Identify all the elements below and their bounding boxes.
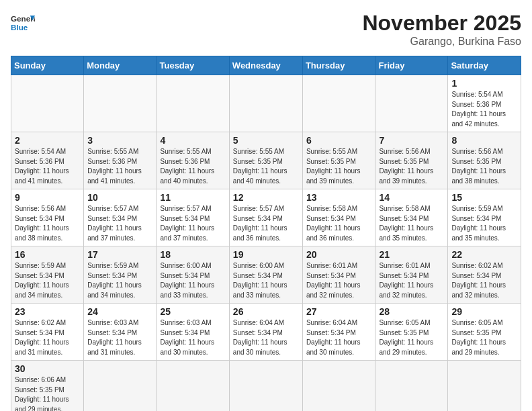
- table-row: 8Sunrise: 5:56 AM Sunset: 5:35 PM Daylig…: [448, 132, 521, 189]
- table-row: [375, 361, 448, 412]
- day-number: 17: [87, 249, 152, 260]
- day-info: Sunrise: 6:06 AM Sunset: 5:35 PM Dayligh…: [15, 375, 80, 411]
- table-row: 22Sunrise: 6:02 AM Sunset: 5:34 PM Dayli…: [448, 246, 521, 304]
- day-info: Sunrise: 6:00 AM Sunset: 5:34 PM Dayligh…: [160, 261, 225, 300]
- table-row: 14Sunrise: 5:58 AM Sunset: 5:34 PM Dayli…: [375, 189, 448, 246]
- table-row: 21Sunrise: 6:01 AM Sunset: 5:34 PM Dayli…: [375, 246, 448, 304]
- day-number: 8: [451, 135, 517, 146]
- day-info: Sunrise: 5:56 AM Sunset: 5:35 PM Dayligh…: [451, 147, 517, 186]
- calendar-row: 16Sunrise: 5:59 AM Sunset: 5:34 PM Dayli…: [11, 246, 521, 304]
- table-row: 4Sunrise: 5:55 AM Sunset: 5:36 PM Daylig…: [157, 132, 229, 189]
- location-subtitle: Garango, Burkina Faso: [362, 36, 521, 48]
- day-info: Sunrise: 5:55 AM Sunset: 5:35 PM Dayligh…: [306, 147, 372, 186]
- svg-text:Blue: Blue: [11, 23, 28, 32]
- day-info: Sunrise: 5:54 AM Sunset: 5:36 PM Dayligh…: [451, 90, 517, 129]
- table-row: 27Sunrise: 6:04 AM Sunset: 5:34 PM Dayli…: [302, 304, 375, 361]
- day-info: Sunrise: 6:01 AM Sunset: 5:34 PM Dayligh…: [379, 261, 444, 300]
- table-row: [11, 75, 84, 132]
- calendar-row: 23Sunrise: 6:02 AM Sunset: 5:34 PM Dayli…: [11, 304, 521, 361]
- day-info: Sunrise: 5:55 AM Sunset: 5:36 PM Dayligh…: [87, 147, 152, 186]
- table-row: 11Sunrise: 5:57 AM Sunset: 5:34 PM Dayli…: [157, 189, 229, 246]
- day-info: Sunrise: 5:54 AM Sunset: 5:36 PM Dayligh…: [15, 147, 80, 186]
- table-row: 2Sunrise: 5:54 AM Sunset: 5:36 PM Daylig…: [11, 132, 84, 189]
- table-row: [84, 361, 157, 412]
- day-number: 15: [451, 192, 517, 203]
- title-block: November 2025 Garango, Burkina Faso: [362, 11, 521, 48]
- day-info: Sunrise: 6:03 AM Sunset: 5:34 PM Dayligh…: [160, 318, 225, 357]
- day-number: 11: [160, 192, 225, 203]
- calendar-row: 2Sunrise: 5:54 AM Sunset: 5:36 PM Daylig…: [11, 132, 521, 189]
- day-number: 1: [451, 78, 517, 89]
- day-info: Sunrise: 5:56 AM Sunset: 5:34 PM Dayligh…: [15, 204, 80, 243]
- day-info: Sunrise: 5:56 AM Sunset: 5:35 PM Dayligh…: [379, 147, 444, 186]
- day-info: Sunrise: 6:04 AM Sunset: 5:34 PM Dayligh…: [233, 318, 299, 357]
- day-number: 25: [160, 306, 225, 317]
- table-row: [302, 75, 375, 132]
- day-number: 28: [379, 306, 444, 317]
- table-row: [157, 361, 229, 412]
- day-info: Sunrise: 6:05 AM Sunset: 5:35 PM Dayligh…: [379, 318, 444, 357]
- table-row: 18Sunrise: 6:00 AM Sunset: 5:34 PM Dayli…: [157, 246, 229, 304]
- day-number: 27: [306, 306, 372, 317]
- table-row: [157, 75, 229, 132]
- header-friday: Friday: [375, 56, 448, 75]
- header-wednesday: Wednesday: [229, 56, 302, 75]
- day-info: Sunrise: 6:03 AM Sunset: 5:34 PM Dayligh…: [87, 318, 152, 357]
- logo: General Blue General Blue: [11, 11, 35, 35]
- table-row: 30Sunrise: 6:06 AM Sunset: 5:35 PM Dayli…: [11, 361, 84, 412]
- day-number: 22: [451, 249, 517, 260]
- table-row: 3Sunrise: 5:55 AM Sunset: 5:36 PM Daylig…: [84, 132, 157, 189]
- day-info: Sunrise: 6:02 AM Sunset: 5:34 PM Dayligh…: [451, 261, 517, 300]
- weekday-header-row: Sunday Monday Tuesday Wednesday Thursday…: [11, 56, 521, 75]
- day-info: Sunrise: 6:00 AM Sunset: 5:34 PM Dayligh…: [233, 261, 299, 300]
- table-row: 1Sunrise: 5:54 AM Sunset: 5:36 PM Daylig…: [448, 75, 521, 132]
- day-number: 2: [15, 135, 80, 146]
- month-year-title: November 2025: [362, 11, 521, 36]
- day-info: Sunrise: 5:58 AM Sunset: 5:34 PM Dayligh…: [306, 204, 372, 243]
- table-row: [229, 361, 302, 412]
- table-row: 13Sunrise: 5:58 AM Sunset: 5:34 PM Dayli…: [302, 189, 375, 246]
- day-number: 3: [87, 135, 152, 146]
- day-number: 7: [379, 135, 444, 146]
- table-row: [84, 75, 157, 132]
- day-number: 5: [233, 135, 299, 146]
- svg-text:General: General: [11, 14, 35, 23]
- day-info: Sunrise: 6:05 AM Sunset: 5:35 PM Dayligh…: [451, 318, 517, 357]
- table-row: 16Sunrise: 5:59 AM Sunset: 5:34 PM Dayli…: [11, 246, 84, 304]
- table-row: 5Sunrise: 5:55 AM Sunset: 5:35 PM Daylig…: [229, 132, 302, 189]
- table-row: 29Sunrise: 6:05 AM Sunset: 5:35 PM Dayli…: [448, 304, 521, 361]
- header-tuesday: Tuesday: [157, 56, 229, 75]
- day-number: 13: [306, 192, 372, 203]
- day-info: Sunrise: 5:55 AM Sunset: 5:36 PM Dayligh…: [160, 147, 225, 186]
- header-monday: Monday: [84, 56, 157, 75]
- calendar-row: 9Sunrise: 5:56 AM Sunset: 5:34 PM Daylig…: [11, 189, 521, 246]
- day-number: 30: [15, 363, 80, 374]
- day-number: 19: [233, 249, 299, 260]
- day-number: 26: [233, 306, 299, 317]
- header-thursday: Thursday: [302, 56, 375, 75]
- table-row: 9Sunrise: 5:56 AM Sunset: 5:34 PM Daylig…: [11, 189, 84, 246]
- table-row: 7Sunrise: 5:56 AM Sunset: 5:35 PM Daylig…: [375, 132, 448, 189]
- day-info: Sunrise: 5:59 AM Sunset: 5:34 PM Dayligh…: [15, 261, 80, 300]
- day-number: 6: [306, 135, 372, 146]
- day-number: 24: [87, 306, 152, 317]
- calendar-row: 30Sunrise: 6:06 AM Sunset: 5:35 PM Dayli…: [11, 361, 521, 412]
- day-number: 16: [15, 249, 80, 260]
- table-row: 15Sunrise: 5:59 AM Sunset: 5:34 PM Dayli…: [448, 189, 521, 246]
- day-number: 29: [451, 306, 517, 317]
- table-row: 20Sunrise: 6:01 AM Sunset: 5:34 PM Dayli…: [302, 246, 375, 304]
- header-sunday: Sunday: [11, 56, 84, 75]
- day-info: Sunrise: 5:57 AM Sunset: 5:34 PM Dayligh…: [87, 204, 152, 243]
- day-number: 18: [160, 249, 225, 260]
- table-row: [302, 361, 375, 412]
- day-number: 23: [15, 306, 80, 317]
- table-row: 23Sunrise: 6:02 AM Sunset: 5:34 PM Dayli…: [11, 304, 84, 361]
- table-row: [448, 361, 521, 412]
- page-header: General Blue General Blue November 2025 …: [11, 11, 521, 48]
- day-info: Sunrise: 6:01 AM Sunset: 5:34 PM Dayligh…: [306, 261, 372, 300]
- calendar-row: 1Sunrise: 5:54 AM Sunset: 5:36 PM Daylig…: [11, 75, 521, 132]
- table-row: [375, 75, 448, 132]
- day-number: 9: [15, 192, 80, 203]
- table-row: 12Sunrise: 5:57 AM Sunset: 5:34 PM Dayli…: [229, 189, 302, 246]
- table-row: 10Sunrise: 5:57 AM Sunset: 5:34 PM Dayli…: [84, 189, 157, 246]
